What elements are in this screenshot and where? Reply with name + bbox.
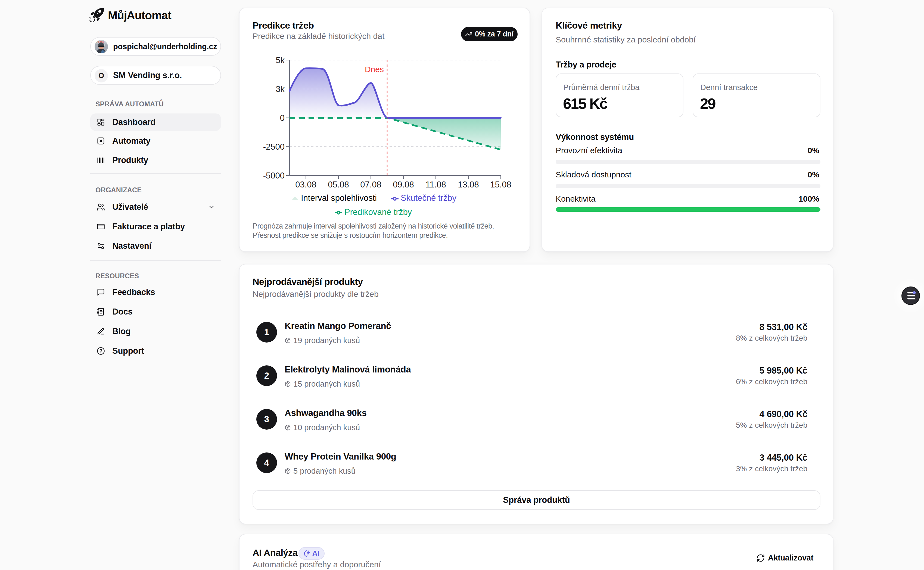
svg-text:09.08: 09.08: [393, 180, 414, 189]
svg-text:Dnes: Dnes: [365, 65, 384, 74]
svg-text:03.08: 03.08: [295, 180, 316, 189]
svg-text:07.08: 07.08: [360, 180, 382, 189]
svg-text:05.08: 05.08: [328, 180, 349, 189]
svg-text:11.08: 11.08: [425, 180, 446, 189]
svg-text:5k: 5k: [276, 55, 285, 65]
svg-text:-5000: -5000: [263, 171, 285, 180]
svg-text:-2500: -2500: [263, 142, 285, 152]
svg-text:0: 0: [280, 113, 285, 123]
svg-text:3k: 3k: [276, 84, 285, 94]
svg-text:15.08: 15.08: [490, 180, 511, 189]
svg-text:13.08: 13.08: [458, 180, 479, 189]
